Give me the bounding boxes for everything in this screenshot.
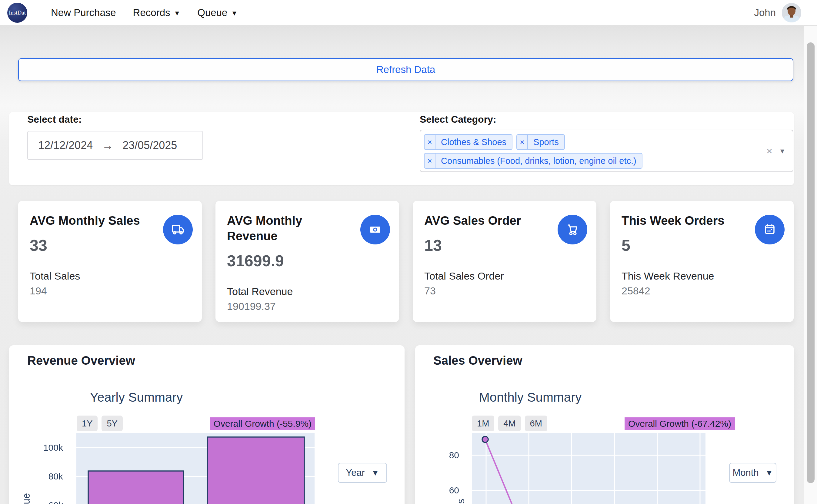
cart-icon bbox=[558, 215, 587, 244]
stat-card-sub-label: Total Revenue bbox=[227, 286, 387, 297]
stat-card-value: 31699.9 bbox=[227, 252, 387, 270]
stat-card-sub-value: 194 bbox=[30, 285, 190, 297]
stat-card-sub-value: 25842 bbox=[622, 285, 782, 297]
revenue-chart-title: Yearly Summary bbox=[82, 390, 191, 405]
avatar-image bbox=[782, 3, 801, 22]
stat-card-title: AVG Monthly Revenue bbox=[227, 213, 354, 244]
category-multiselect[interactable]: × Clothes & Shoes × Sports × Consumables… bbox=[420, 130, 793, 172]
revenue-overview-panel: Revenue Overview Yearly Summary 1Y 5Y Ov… bbox=[9, 345, 404, 504]
nav-item-queue[interactable]: Queue ▼ bbox=[197, 7, 237, 18]
date-to-value: 23/05/2025 bbox=[122, 139, 177, 152]
sales-chart-title: Monthly Summary bbox=[476, 390, 585, 405]
scrollbar[interactable] bbox=[804, 26, 817, 504]
stat-card-avg-sales-order: AVG Sales Order 13 Total Sales Order 73 bbox=[413, 201, 596, 322]
revenue-ytick-80k: 80k bbox=[39, 471, 63, 482]
navbar-user-area: John bbox=[754, 0, 801, 25]
truck-icon bbox=[163, 215, 193, 244]
remove-tag-icon[interactable]: × bbox=[425, 154, 436, 168]
nav-item-label: Queue bbox=[197, 7, 227, 18]
app-logo-text: InstDat bbox=[9, 9, 26, 16]
select-category-label: Select Category: bbox=[420, 114, 497, 125]
revenue-growth-badge: Overall Growth (-55.9%) bbox=[210, 417, 315, 430]
user-name: John bbox=[754, 7, 776, 18]
dashboard-page: InstDat New Purchase Records ▼ Queue ▼ J… bbox=[0, 0, 817, 504]
category-tag-row: × Clothes & Shoes × Sports bbox=[424, 134, 643, 150]
sales-growth-badge: Overall Growth (-67.42%) bbox=[625, 417, 735, 430]
sales-y-axis-title: Sales bbox=[455, 478, 467, 504]
range-button-1m[interactable]: 1M bbox=[472, 416, 494, 431]
scrollbar-thumb[interactable] bbox=[807, 42, 815, 483]
refresh-data-button[interactable]: Refresh Data bbox=[18, 58, 793, 81]
sales-data-point[interactable] bbox=[482, 436, 488, 443]
chevron-down-icon: ▼ bbox=[231, 9, 237, 17]
revenue-bar-2025[interactable] bbox=[207, 437, 304, 504]
year-dropdown[interactable]: Year ▼ bbox=[338, 463, 387, 483]
nav-item-records[interactable]: Records ▼ bbox=[133, 7, 181, 18]
select-date-label: Select date: bbox=[27, 114, 82, 125]
clear-all-icon[interactable]: × bbox=[766, 145, 772, 157]
nav-item-new-purchase[interactable]: New Purchase bbox=[51, 7, 116, 18]
category-tag-clothes-shoes: × Clothes & Shoes bbox=[424, 134, 513, 150]
avatar[interactable] bbox=[782, 3, 801, 22]
revenue-ytick-60k: 60k bbox=[39, 500, 63, 504]
sales-line bbox=[485, 439, 529, 504]
stat-card-sub-value: 73 bbox=[424, 285, 585, 297]
refresh-data-label: Refresh Data bbox=[376, 64, 435, 75]
sales-range-buttons: 1M 4M 6M bbox=[472, 416, 547, 431]
banknote-icon bbox=[360, 215, 390, 244]
category-tag-consumables: × Consumables (Food, drinks, lotion, eng… bbox=[424, 153, 643, 169]
calendar-icon bbox=[755, 215, 785, 244]
nav-item-label: Records bbox=[133, 7, 170, 18]
category-tag-sports: × Sports bbox=[517, 134, 565, 150]
nav-links: New Purchase Records ▼ Queue ▼ bbox=[51, 0, 237, 25]
category-tags: × Clothes & Shoes × Sports × Consumables… bbox=[424, 134, 643, 169]
revenue-bar-2024[interactable] bbox=[88, 471, 184, 504]
remove-tag-icon[interactable]: × bbox=[425, 135, 436, 149]
sales-ytick-80: 80 bbox=[435, 450, 459, 461]
month-dropdown-value: Month bbox=[733, 467, 759, 478]
range-button-1y[interactable]: 1Y bbox=[77, 416, 98, 431]
stat-card-this-week-orders: This Week Orders 5 This Week Revenue 258… bbox=[610, 201, 794, 322]
stat-card-title: AVG Sales Order bbox=[424, 213, 552, 228]
revenue-y-axis-title: Revenue bbox=[21, 480, 33, 504]
year-dropdown-value: Year bbox=[346, 467, 365, 478]
tag-label: Clothes & Shoes bbox=[436, 135, 512, 149]
chevron-down-icon: ▼ bbox=[174, 9, 181, 17]
multiselect-controls: × ▾ bbox=[766, 130, 784, 171]
stat-card-avg-monthly-revenue: AVG Monthly Revenue 31699.9 Total Revenu… bbox=[215, 201, 399, 322]
chevron-down-icon[interactable]: ▾ bbox=[780, 146, 784, 156]
navbar: InstDat New Purchase Records ▼ Queue ▼ J… bbox=[0, 0, 817, 25]
chevron-down-icon: ▼ bbox=[371, 469, 379, 477]
app-logo[interactable]: InstDat bbox=[7, 3, 27, 23]
range-button-5y[interactable]: 5Y bbox=[101, 416, 122, 431]
remove-tag-icon[interactable]: × bbox=[517, 135, 528, 149]
stat-card-avg-monthly-sales: AVG Monthly Sales 33 Total Sales 194 bbox=[18, 201, 202, 322]
month-dropdown[interactable]: Month ▼ bbox=[729, 463, 776, 483]
category-tag-row: × Consumables (Food, drinks, lotion, eng… bbox=[424, 153, 643, 169]
sales-overview-panel: Sales Overview Monthly Summary 1M 4M 6M … bbox=[415, 345, 794, 504]
stat-card-sub-value: 190199.37 bbox=[227, 300, 387, 312]
stat-card-title: This Week Orders bbox=[622, 213, 749, 228]
stat-card-sub-label: This Week Revenue bbox=[622, 270, 782, 282]
stat-card-sub-label: Total Sales bbox=[30, 270, 190, 282]
stat-card-sub-label: Total Sales Order bbox=[424, 270, 585, 282]
filter-panel: Select date: 12/12/2024 → 23/05/2025 Sel… bbox=[9, 112, 794, 185]
revenue-range-buttons: 1Y 5Y bbox=[77, 416, 123, 431]
tag-label: Sports bbox=[528, 135, 564, 149]
revenue-bar-chart[interactable] bbox=[76, 433, 314, 504]
date-range-input[interactable]: 12/12/2024 → 23/05/2025 bbox=[27, 131, 203, 160]
sales-panel-title: Sales Overview bbox=[434, 354, 523, 367]
stat-card-title: AVG Monthly Sales bbox=[30, 213, 157, 228]
nav-item-label: New Purchase bbox=[51, 7, 116, 18]
revenue-ytick-100k: 100k bbox=[39, 442, 63, 453]
revenue-panel-title: Revenue Overview bbox=[27, 354, 135, 367]
arrow-right-icon: → bbox=[102, 139, 113, 152]
chevron-down-icon: ▼ bbox=[766, 469, 773, 477]
date-from-value: 12/12/2024 bbox=[38, 139, 93, 152]
sales-line-chart[interactable] bbox=[472, 433, 706, 504]
range-button-4m[interactable]: 4M bbox=[498, 416, 521, 431]
tag-label: Consumables (Food, drinks, lotion, engin… bbox=[436, 154, 642, 168]
range-button-6m[interactable]: 6M bbox=[525, 416, 547, 431]
